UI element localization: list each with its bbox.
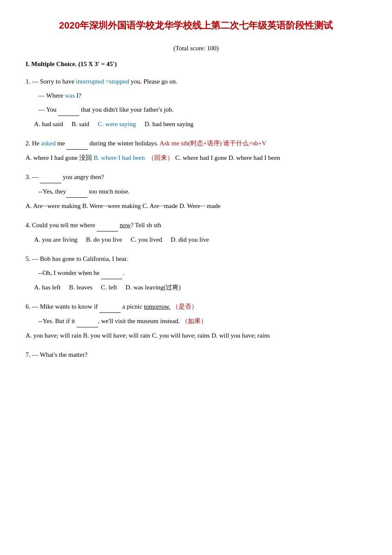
total-score: (Total score: 100) [26, 43, 366, 54]
question-5-line1: 5. — Bob has gone to California, I hear. [26, 253, 366, 265]
q1-was: was [65, 92, 75, 99]
q5-optD: D. was leaving(过将) [126, 282, 181, 293]
question-6-line1: 6. — Mike wants to know if a picnic tomo… [26, 301, 366, 313]
question-7: 7. — What's the matter? [26, 349, 366, 361]
question-3-line1: 3. — you angry then? [26, 171, 366, 183]
q1-optA: A. had said [34, 119, 63, 130]
q2-asked: asked [41, 140, 55, 147]
q1-highlight1: interrupted =stopped [76, 78, 129, 85]
q6-tomorrow: tomorrow. [144, 303, 170, 310]
q6-note1: （是否） [172, 303, 198, 310]
q4-optD: D. did you live [170, 234, 209, 246]
section-detail: (15 X 3' = 45') [78, 61, 117, 67]
q5-optC: C. left [101, 282, 117, 293]
question-5-options: A. has left B. leaves C. left D. was lea… [26, 282, 366, 293]
q5-optA: A. has left [34, 282, 61, 293]
q4-now: now [120, 222, 131, 228]
question-6: 6. — Mike wants to know if a picnic tomo… [26, 301, 366, 341]
question-2-line1: 2. He asked me during the winter holiday… [26, 138, 366, 150]
q4-blank [97, 220, 118, 231]
section-label: I. [26, 61, 30, 67]
q3-blank1 [40, 171, 61, 183]
q3-optA: A. Are···were making [26, 202, 81, 209]
question-6-line2: --Yes. But if it , we'll visit the museu… [26, 315, 366, 327]
q1-blank [58, 104, 79, 116]
q3-optB: B. Were···were making [82, 202, 141, 209]
q2-optC: C. where had I gone [175, 154, 227, 161]
q5-optB: B. leaves [69, 282, 92, 293]
q4-optA: A. you are living [34, 234, 78, 246]
question-6-options: A. you have; will rain B. you will have;… [26, 330, 366, 341]
q6-optA: A. you have; will rain [26, 332, 81, 339]
question-5: 5. — Bob has gone to California, I hear.… [26, 253, 366, 293]
q6-note2: （如果） [182, 318, 207, 324]
question-7-line1: 7. — What's the matter? [26, 349, 366, 361]
section-bold: Multiple Choice. [31, 61, 77, 67]
question-1-line3: — You that you didn't like your father's… [26, 104, 366, 116]
question-3-line2: --Yes, they too much noise. [26, 186, 366, 198]
q3-optD: D. Were··· made [179, 202, 221, 209]
question-4-line1: 4. Could you tell me where now? Tell sb … [26, 220, 366, 231]
question-5-line2: --Oh, I wonder when he . [26, 267, 366, 279]
question-3-options: A. Are···were making B. Were···were maki… [26, 200, 366, 212]
question-4-options: A. you are living B. do you live C. you … [26, 234, 366, 246]
q6-blank2 [77, 315, 98, 327]
question-1: 1. — Sorry to have interrupted =stopped … [26, 76, 366, 130]
q5-blank [101, 267, 122, 279]
q2-note: Ask me sth(时态+语序) 谁干什么=sb+V [160, 140, 267, 147]
q6-optD: D. will you have; rains [211, 332, 270, 339]
q6-optB: B. you will have; will rain [83, 332, 150, 339]
q2-optD: D. where had I been [228, 154, 280, 161]
q6-blank1 [99, 301, 121, 313]
q3-optC: C. Are···made [142, 202, 178, 209]
question-3: 3. — you angry then? --Yes, they too muc… [26, 171, 366, 212]
q2-blank [66, 138, 88, 150]
question-2-options: A. where I had gone 没回 B. where I had be… [26, 152, 366, 164]
page-title: 2020年深圳外国语学校龙华学校线上第二次七年级英语阶段性测试 [26, 17, 366, 34]
q6-optC: C. you will have; rains [152, 332, 210, 339]
question-1-line2: — Where was I? [26, 90, 366, 101]
q3-blank2 [66, 186, 87, 198]
q1-optB: B. said [72, 119, 89, 130]
question-1-line1: 1. — Sorry to have interrupted =stopped … [26, 76, 366, 87]
section-header: I. Multiple Choice. (15 X 3' = 45') [26, 58, 366, 70]
q1-optD: D. had been saying [144, 119, 193, 130]
question-4: 4. Could you tell me where now? Tell sb … [26, 220, 366, 246]
question-2: 2. He asked me during the winter holiday… [26, 138, 366, 164]
q4-optC: C. you lived [131, 234, 162, 246]
q4-optB: B. do you live [86, 234, 122, 246]
q2-optA: A. where I had gone 没回 [26, 154, 92, 161]
question-1-options: A. had said B. said C. were saying D. ha… [26, 119, 366, 130]
q2-optB: B. where I had been （回来） [94, 154, 174, 161]
q1-optC: C. were saying [98, 119, 136, 130]
